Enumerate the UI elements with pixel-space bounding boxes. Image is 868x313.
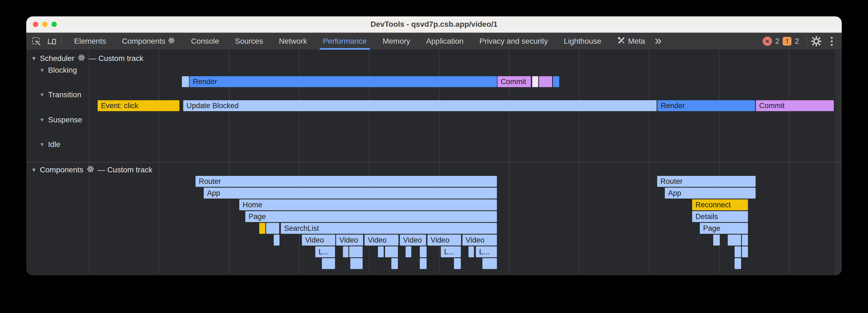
flame-bar-commit[interactable]: Commit — [756, 100, 834, 111]
settings-gear-icon[interactable] — [811, 36, 822, 46]
flame-bar-router[interactable]: Router — [657, 176, 755, 187]
warning-badge-icon[interactable]: ! — [783, 37, 792, 46]
collapse-triangle-icon[interactable]: ▼ — [39, 141, 45, 148]
flame-bar-page[interactable]: Page — [245, 211, 497, 222]
flame-bar-label: Commit — [756, 102, 784, 110]
collapse-triangle-icon[interactable]: ▼ — [39, 92, 45, 98]
flame-bar[interactable] — [378, 246, 384, 257]
lane-name: Suspense — [48, 115, 82, 124]
flame-bar-video[interactable]: Video — [365, 235, 398, 246]
tab-performance[interactable]: Performance — [315, 33, 375, 50]
lane-name: Transition — [48, 91, 82, 99]
flame-bar[interactable] — [259, 223, 265, 234]
flame-bar[interactable] — [735, 246, 741, 257]
devtools-window: DevTools - qsvd7p.csb.app/video/1 Elemen… — [26, 16, 842, 275]
flame-bar-searchlist[interactable]: SearchList — [281, 223, 497, 234]
flame-bar[interactable] — [532, 76, 538, 87]
window-title: DevTools - qsvd7p.csb.app/video/1 — [26, 16, 842, 32]
collapse-triangle-icon[interactable]: ▼ — [39, 67, 45, 73]
tab-privacy-and-security[interactable]: Privacy and security — [471, 33, 556, 50]
flame-bar-label: Video — [428, 236, 450, 244]
flame-bar-video[interactable]: Video — [462, 235, 497, 246]
tab-network[interactable]: Network — [271, 33, 315, 50]
collapse-triangle-icon[interactable]: ▼ — [31, 56, 37, 62]
tab-label: Elements — [74, 37, 106, 46]
flame-bar-commit[interactable]: Commit — [497, 76, 531, 87]
flame-bar[interactable] — [322, 258, 335, 269]
tab-label: Performance — [323, 37, 367, 46]
flame-bar[interactable] — [483, 258, 497, 269]
track-header-scheduler[interactable]: ▼ Scheduler — Custom track — [31, 53, 144, 64]
flame-bar-router[interactable]: Router — [195, 176, 497, 187]
flame-bar[interactable] — [266, 223, 279, 234]
kebab-menu-icon[interactable] — [827, 36, 837, 46]
flame-bar[interactable] — [468, 246, 474, 257]
flame-bar-app[interactable]: App — [204, 188, 497, 199]
flame-bar[interactable] — [274, 235, 279, 246]
flame-bar-render[interactable]: Render — [189, 76, 497, 87]
flame-bar[interactable] — [343, 246, 348, 257]
flame-bar-render[interactable]: Render — [657, 100, 755, 111]
tab-memory[interactable]: Memory — [375, 33, 418, 50]
flame-bar[interactable] — [454, 258, 461, 269]
inspect-icon[interactable] — [31, 36, 41, 46]
flame-bar-l[interactable]: L... — [315, 246, 335, 257]
track-header-components[interactable]: ▼ Components — Custom track — [31, 164, 152, 176]
scrollbar-gutter[interactable] — [835, 50, 842, 275]
flame-bar-label: App — [665, 189, 681, 197]
console-badges: × 2 ! 2 — [763, 37, 799, 46]
tab-components[interactable]: Components — [114, 33, 183, 50]
flame-bar-page[interactable]: Page — [700, 223, 748, 234]
tab-label: Privacy and security — [479, 37, 548, 46]
flame-bar-video[interactable]: Video — [336, 235, 363, 246]
lane-label-transition[interactable]: ▼Transition — [39, 89, 82, 101]
flame-bar[interactable] — [420, 246, 427, 257]
flame-bar-label: Update Blocked — [183, 102, 239, 110]
more-tabs-icon[interactable] — [653, 36, 663, 46]
react-atom-icon — [168, 37, 175, 46]
flame-bar-label: Page — [245, 212, 266, 221]
flame-bar[interactable] — [420, 258, 427, 269]
lane-label-blocking[interactable]: ▼Blocking — [39, 65, 77, 76]
flame-bar[interactable] — [385, 246, 398, 257]
flame-bar[interactable] — [742, 235, 748, 246]
tab-sources[interactable]: Sources — [227, 33, 271, 50]
flame-bar[interactable] — [349, 246, 363, 257]
flame-bar[interactable] — [539, 76, 552, 87]
performance-flame-chart[interactable]: ▼ Scheduler — Custom track ▼Blocking▼Tra… — [26, 50, 842, 275]
flame-bar[interactable] — [713, 235, 720, 246]
flame-bar[interactable] — [406, 246, 411, 257]
tab-application[interactable]: Application — [418, 33, 471, 50]
flame-bar-l[interactable]: L... — [476, 246, 497, 257]
flame-bar[interactable] — [391, 258, 398, 269]
flame-bar-event-click[interactable]: Event: click — [98, 100, 179, 111]
flame-bar[interactable] — [350, 258, 363, 269]
flame-bar[interactable] — [182, 76, 189, 87]
flame-bar-label: Commit — [497, 77, 526, 86]
flame-bar-reconnect[interactable]: Reconnect — [692, 199, 748, 210]
flame-bar-l[interactable]: L... — [441, 246, 461, 257]
device-toolbar-icon[interactable] — [46, 36, 57, 46]
flame-bar-video[interactable]: Video — [428, 235, 461, 246]
flame-bar[interactable] — [742, 246, 748, 257]
tab-console[interactable]: Console — [183, 33, 227, 50]
tab-lighthouse[interactable]: Lighthouse — [556, 33, 609, 50]
flame-bar-home[interactable]: Home — [239, 199, 497, 210]
flame-bar[interactable] — [735, 258, 741, 269]
collapse-triangle-icon[interactable]: ▼ — [31, 167, 37, 173]
flame-bar-video[interactable]: Video — [400, 235, 426, 246]
error-badge-icon[interactable]: × — [763, 37, 772, 46]
tab-elements[interactable]: Elements — [66, 33, 114, 50]
flame-bar[interactable] — [728, 235, 741, 246]
flame-bar-video[interactable]: Video — [302, 235, 335, 246]
flame-bar[interactable] — [553, 76, 559, 87]
flame-bar-update-blocked[interactable]: Update Blocked — [183, 100, 657, 111]
tab-meta[interactable]: Meta — [609, 33, 653, 50]
lane-label-idle[interactable]: ▼Idle — [39, 139, 60, 150]
lane-label-suspense[interactable]: ▼Suspense — [39, 114, 82, 126]
flame-bar-label: Video — [336, 236, 358, 244]
collapse-triangle-icon[interactable]: ▼ — [39, 117, 45, 123]
flame-bar-app[interactable]: App — [665, 188, 755, 199]
tab-label: Console — [191, 37, 219, 46]
flame-bar-details[interactable]: Details — [692, 211, 748, 222]
